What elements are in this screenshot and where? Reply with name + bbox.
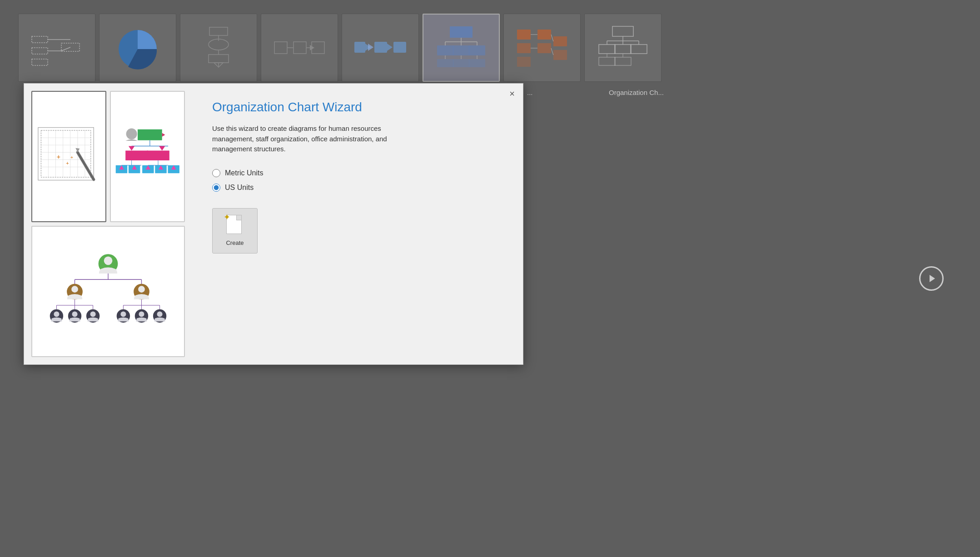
svg-point-135 (90, 311, 96, 317)
svg-rect-44 (517, 43, 531, 53)
svg-rect-22 (354, 42, 365, 53)
dialog-title: Organization Chart Wizard (212, 100, 503, 114)
svg-rect-95 (147, 150, 169, 160)
svg-marker-92 (129, 146, 134, 150)
bg-thumb-4 (261, 14, 338, 82)
svg-rect-35 (453, 45, 469, 55)
svg-rect-40 (437, 59, 453, 67)
svg-line-52 (551, 35, 553, 41)
svg-rect-93 (125, 150, 148, 160)
dialog-thumbnails-panel: + + + (24, 84, 192, 364)
thumbnail-grid[interactable]: + + + (31, 91, 106, 222)
svg-rect-69 (41, 130, 90, 177)
svg-text:+: + (66, 160, 69, 166)
metric-units-radio[interactable] (212, 169, 220, 177)
svg-rect-49 (553, 50, 567, 60)
svg-rect-54 (612, 26, 633, 36)
bg-label-2: Organization Ch... (609, 89, 664, 96)
svg-marker-24 (368, 44, 373, 51)
svg-rect-28 (450, 26, 473, 38)
svg-marker-94 (159, 146, 165, 150)
svg-point-87 (126, 128, 137, 139)
svg-marker-67 (930, 275, 935, 282)
svg-marker-89 (162, 133, 165, 136)
create-button[interactable]: ✦ Create (212, 208, 258, 254)
svg-rect-42 (469, 59, 485, 67)
play-button[interactable] (919, 266, 944, 291)
svg-point-131 (54, 311, 59, 317)
svg-rect-66 (615, 57, 631, 65)
create-button-label: Create (226, 239, 244, 246)
svg-rect-18 (294, 42, 306, 54)
bg-thumb-8 (584, 14, 662, 82)
background-thumbnails (0, 0, 980, 91)
svg-point-117 (71, 286, 78, 293)
svg-line-53 (551, 48, 553, 55)
svg-rect-48 (553, 36, 567, 46)
sparkle-icon: ✦ (224, 212, 230, 222)
svg-rect-61 (615, 45, 631, 54)
bg-thumb-3 (180, 14, 257, 82)
svg-marker-20 (310, 45, 314, 50)
us-units-radio[interactable] (212, 184, 220, 192)
svg-rect-0 (32, 36, 48, 43)
close-button[interactable]: × (506, 87, 518, 100)
svg-rect-9 (209, 27, 228, 35)
thumbnail-colorful-org[interactable] (110, 91, 185, 222)
org-chart-wizard-dialog: × + (24, 83, 523, 365)
svg-rect-13 (209, 55, 229, 63)
bg-thumb-2 (99, 14, 176, 82)
bg-thumb-5 (342, 14, 419, 82)
svg-rect-47 (537, 43, 551, 53)
metric-units-option[interactable]: Metric Units (212, 169, 503, 177)
us-units-label: US Units (225, 184, 254, 192)
svg-rect-41 (453, 59, 469, 67)
bg-thumb-6 (423, 14, 500, 82)
svg-rect-62 (631, 45, 647, 54)
svg-rect-43 (517, 30, 531, 40)
svg-marker-26 (387, 44, 393, 51)
bg-label-1: ... (527, 89, 533, 96)
svg-rect-88 (138, 129, 162, 140)
svg-rect-60 (599, 45, 615, 54)
svg-rect-25 (374, 42, 387, 53)
svg-rect-1 (32, 48, 48, 54)
svg-rect-46 (537, 30, 551, 40)
thumbnail-person-org[interactable] (31, 226, 185, 357)
svg-point-141 (157, 311, 163, 317)
bg-thumb-7 (503, 14, 581, 82)
svg-rect-34 (437, 45, 453, 55)
svg-text:+: + (70, 155, 73, 160)
svg-point-111 (104, 256, 113, 265)
us-units-option[interactable]: US Units (212, 184, 503, 192)
svg-rect-36 (469, 45, 485, 55)
svg-point-119 (138, 286, 145, 293)
create-icon: ✦ (226, 215, 244, 236)
svg-line-7 (61, 47, 70, 51)
svg-rect-65 (599, 57, 615, 65)
svg-text:+: + (57, 153, 60, 160)
dialog-right-panel: Organization Chart Wizard Use this wizar… (192, 84, 523, 364)
bg-thumb-1 (18, 14, 95, 82)
dialog-description: Use this wizard to create diagrams for h… (212, 124, 403, 154)
metric-units-label: Metric Units (225, 169, 263, 177)
svg-rect-27 (393, 42, 406, 53)
svg-point-133 (72, 311, 78, 317)
svg-rect-2 (32, 59, 48, 65)
svg-point-139 (139, 311, 144, 317)
svg-point-137 (120, 311, 126, 317)
svg-rect-45 (517, 57, 531, 67)
svg-rect-16 (274, 42, 287, 54)
units-radio-group: Metric Units US Units (212, 169, 503, 192)
